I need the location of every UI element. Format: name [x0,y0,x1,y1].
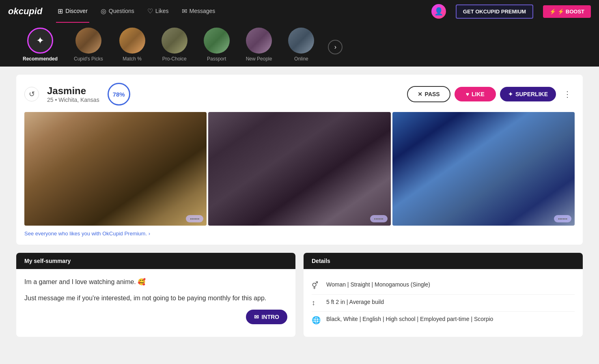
nav-messages-label: Messages [190,8,215,14]
like-icon: ♥ [466,91,469,97]
superlike-label: SUPERLIKE [515,91,548,97]
nav-questions-label: Questions [109,8,134,14]
photo-1[interactable]: •••••• [24,112,207,226]
tab-match[interactable]: Match % [113,23,152,67]
tabs-next-button[interactable]: › [328,40,343,54]
pass-button[interactable]: ✕ PASS [407,86,450,102]
globe-icon: 🌐 [312,316,321,325]
intro-button[interactable]: ✉ INTRO [246,310,287,324]
boost-icon: ⚡ [549,9,556,15]
superlike-icon: ✦ [508,91,513,97]
profile-info: Jasmine 25 • Wichita, Kansas [47,85,99,103]
discover-tabs: ✦ Recommended Cupid's Picks Match % Pro-… [0,23,599,67]
nav-questions[interactable]: ◎ Questions [99,0,136,23]
tab-online-label: Online [294,56,308,62]
profile-age-location: 25 • Wichita, Kansas [47,97,99,103]
likes-icon: ♡ [147,7,153,15]
tab-pro-choice-label: Pro-Choice [162,56,187,62]
tab-match-label: Match % [123,56,142,62]
messages-icon: ✉ [182,7,187,15]
profile-card: ↺ Jasmine 25 • Wichita, Kansas 78% ✕ PAS… [16,75,583,245]
tab-recommended-avatar: ✦ [27,28,53,54]
pass-icon: ✕ [418,91,422,97]
detail-gender-text: Woman | Straight | Monogamous (Single) [326,281,430,288]
main-content: ↺ Jasmine 25 • Wichita, Kansas 78% ✕ PAS… [0,67,599,345]
detail-height-text: 5 ft 2 in | Average build [326,299,384,305]
boost-button[interactable]: ⚡ ⚡ BOOST [543,5,591,18]
tab-passport[interactable]: Passport [197,23,236,67]
intro-icon: ✉ [254,314,259,320]
tab-new-people-photo [246,28,272,54]
tab-cupids-picks[interactable]: Cupid's Picks [67,23,110,67]
self-summary-card: My self-summary Im a gamer and I love wa… [16,253,295,337]
details-header: Details [304,253,583,269]
details-card: Details ⚥ Woman | Straight | Monogamous … [304,253,583,337]
photo-3[interactable]: •••••• [392,112,575,226]
recommended-icon: ✦ [36,35,44,46]
height-icon: ↕ [312,299,321,307]
superlike-button[interactable]: ✦ SUPERLIKE [500,87,556,101]
tab-passport-label: Passport [207,56,226,62]
questions-icon: ◎ [101,7,106,15]
bottom-grid: My self-summary Im a gamer and I love wa… [16,253,583,337]
photo-grid: •••••• •••••• •••••• [24,112,575,226]
tab-new-people[interactable]: New People [239,23,279,67]
detail-height: ↕ 5 ft 2 in | Average build [312,295,575,312]
self-summary-text2: Just message me if you're interested, im… [24,293,287,303]
nav-messages[interactable]: ✉ Messages [180,0,217,23]
photo-3-image [392,112,575,226]
tab-pro-choice-photo [162,28,187,54]
nav-likes[interactable]: ♡ Likes [146,0,170,23]
pass-label: PASS [425,91,440,97]
gender-icon: ⚥ [312,281,321,290]
boost-label: ⚡ BOOST [558,9,584,15]
premium-likes-link[interactable]: See everyone who likes you with OkCupid … [24,230,575,237]
premium-button[interactable]: GET OKCUPID PREMIUM [456,4,533,19]
discover-icon: ⊞ [58,7,63,15]
tab-recommended-label: Recommended [23,56,58,62]
self-summary-text1: Im a gamer and I love watching anime. 🥰 [24,277,287,287]
like-button[interactable]: ♥ LIKE [455,87,496,101]
tab-new-people-label: New People [246,56,272,62]
photo-1-label: •••••• [186,215,203,222]
detail-ethnicity: 🌐 Black, White | English | High school |… [312,312,575,329]
more-options-button[interactable]: ⋮ [560,88,575,101]
nav-likes-label: Likes [155,8,169,14]
photo-2[interactable]: •••••• [208,112,390,226]
app-logo[interactable]: okcupid [8,6,42,17]
nav-discover[interactable]: ⊞ Discover [56,0,89,23]
user-avatar[interactable]: 👤 [431,4,446,19]
tab-cupids-photo [75,28,101,54]
action-buttons: ✕ PASS ♥ LIKE ✦ SUPERLIKE ⋮ [407,86,575,102]
tab-pro-choice[interactable]: Pro-Choice [155,23,194,67]
photo-2-label: •••••• [370,215,388,222]
back-button[interactable]: ↺ [24,87,39,101]
details-list: ⚥ Woman | Straight | Monogamous (Single)… [312,277,575,329]
navbar: okcupid ⊞ Discover ◎ Questions ♡ Likes ✉… [0,0,599,23]
tab-recommended[interactable]: ✦ Recommended [16,23,64,67]
tab-passport-photo [204,28,230,54]
match-percent: 78% [108,83,130,106]
nav-discover-label: Discover [65,8,87,14]
intro-label: INTRO [261,314,279,320]
photo-2-image [208,112,390,226]
profile-name: Jasmine [47,85,99,97]
tab-match-photo [119,28,145,54]
detail-ethnicity-text: Black, White | English | High school | E… [326,316,493,322]
photo-3-label: •••••• [554,215,571,222]
photo-1-image [24,112,207,226]
like-label: LIKE [472,91,485,97]
profile-header: ↺ Jasmine 25 • Wichita, Kansas 78% ✕ PAS… [24,83,575,106]
tab-online[interactable]: Online [282,23,321,67]
tab-online-photo [288,28,314,54]
self-summary-header: My self-summary [16,253,295,269]
details-body: ⚥ Woman | Straight | Monogamous (Single)… [304,269,583,337]
detail-gender: ⚥ Woman | Straight | Monogamous (Single) [312,277,575,295]
avatar-placeholder: 👤 [434,7,443,16]
tab-cupids-label: Cupid's Picks [74,56,103,62]
self-summary-body: Im a gamer and I love watching anime. 🥰 … [16,269,295,318]
